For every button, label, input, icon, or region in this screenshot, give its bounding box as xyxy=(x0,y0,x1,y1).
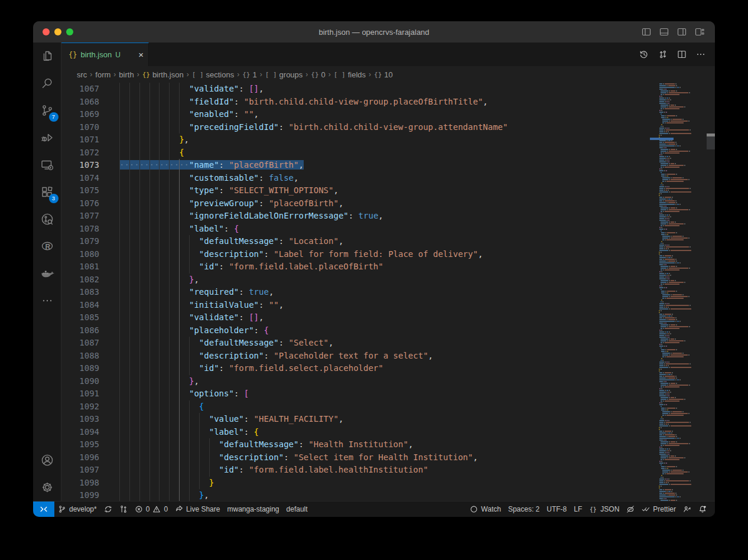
account-icon[interactable] xyxy=(33,447,61,474)
source-control-icon[interactable]: 7 xyxy=(33,97,61,124)
code-line[interactable]: 1087 "defaultMessage": "Select", xyxy=(61,337,650,350)
code-line[interactable]: 1088 "description": "Placeholder text fo… xyxy=(61,350,650,363)
settings-gear-icon[interactable] xyxy=(33,474,61,501)
code-line[interactable]: 1083 "required": true, xyxy=(61,286,650,299)
code-line[interactable]: 1086 "placeholder": { xyxy=(61,324,650,337)
toggle-primary-sidebar-icon[interactable] xyxy=(642,27,651,37)
code-line[interactable]: 1071 }, xyxy=(61,134,650,146)
indent-guide xyxy=(179,83,180,96)
open-changes-icon[interactable] xyxy=(658,50,668,59)
code-line[interactable]: 1079 "defaultMessage": "Location", xyxy=(61,235,650,248)
breadcrumb-item-birth[interactable]: birth xyxy=(119,70,134,79)
notifications-bell[interactable] xyxy=(695,502,710,517)
branch-indicator[interactable]: develop* xyxy=(54,502,100,517)
indent-guide xyxy=(189,261,190,274)
language-indicator[interactable]: {}JSON xyxy=(586,502,623,517)
environment-indicator[interactable]: mwanga-staging xyxy=(223,502,282,517)
code-line[interactable]: 1072 { xyxy=(61,146,650,159)
code-line[interactable]: 1073··············"name": "placeOfBirth"… xyxy=(61,159,650,172)
code-line[interactable]: 1091 "options": [ xyxy=(61,388,650,401)
remote-indicator[interactable] xyxy=(33,502,54,517)
code-line[interactable]: 1098 } xyxy=(61,477,650,490)
breadcrumb-label: form xyxy=(95,70,110,79)
tab-birth-json[interactable]: {} birth.json U × xyxy=(61,43,149,66)
code-line[interactable]: 1094 "label": { xyxy=(61,426,650,439)
status-label: 0 xyxy=(146,505,150,513)
toggle-panel-icon[interactable] xyxy=(659,27,669,37)
indent-guide xyxy=(149,362,150,375)
gitlens-icon[interactable] xyxy=(33,206,61,233)
breadcrumb-item-0[interactable]: {}0 xyxy=(311,70,325,79)
code-line[interactable]: 1092 { xyxy=(61,401,650,414)
code-line[interactable]: 1067 "validate": [], xyxy=(61,83,650,96)
local-history-icon[interactable] xyxy=(639,50,649,59)
code-line[interactable]: 1081 "id": "form.field.label.placeOfBirt… xyxy=(61,261,650,274)
r-language-icon[interactable]: R xyxy=(33,233,61,260)
code-line[interactable]: 1097 "id": "form.field.label.healthInsti… xyxy=(61,464,650,477)
split-editor-icon[interactable] xyxy=(677,50,687,59)
encoding-indicator[interactable]: UTF-8 xyxy=(543,502,570,517)
feedback-button[interactable] xyxy=(679,502,695,517)
minimap[interactable] xyxy=(650,83,707,501)
profile-indicator[interactable]: default xyxy=(283,502,311,517)
breadcrumb-item-groups[interactable]: [ ]groups xyxy=(265,70,303,79)
indent-guide xyxy=(119,362,120,375)
code-line[interactable]: 1085 "validate": [], xyxy=(61,311,650,324)
breadcrumb-item-1[interactable]: {}1 xyxy=(242,70,256,79)
code-line[interactable]: 1095 "defaultMessage": "Health Instituti… xyxy=(61,438,650,451)
customize-layout-icon[interactable] xyxy=(695,27,704,37)
code-line[interactable]: 1077 "ignoreFieldLabelOnErrorMessage": t… xyxy=(61,210,650,223)
line-number: 1088 xyxy=(61,350,119,363)
code-line[interactable]: 1070 "precedingFieldId": "birth.child.ch… xyxy=(61,121,650,134)
breadcrumb-item-10[interactable]: {}10 xyxy=(374,70,393,79)
indent-guide xyxy=(139,210,140,223)
minimize-window-button[interactable] xyxy=(54,28,61,35)
problems-indicator[interactable]: 00 xyxy=(131,502,171,517)
indentation-indicator[interactable]: Spaces: 2 xyxy=(505,502,543,517)
scrollbar-thumb[interactable] xyxy=(707,136,715,149)
code-line[interactable]: 1074 "customisable": false, xyxy=(61,172,650,185)
close-tab-icon[interactable]: × xyxy=(138,50,144,60)
extensions-icon[interactable]: 3 xyxy=(33,178,61,206)
more-actions-icon[interactable] xyxy=(696,50,705,59)
search-icon[interactable] xyxy=(33,70,61,97)
live-share-button[interactable]: Live Share xyxy=(171,502,223,517)
code-line[interactable]: 1082 }, xyxy=(61,274,650,286)
sync-indicator[interactable] xyxy=(100,502,116,517)
indent-guide xyxy=(159,121,160,134)
explorer-icon[interactable] xyxy=(33,43,61,70)
compare-indicator[interactable] xyxy=(116,502,131,517)
watch-indicator[interactable]: Watch xyxy=(466,502,505,517)
code-line[interactable]: 1090 }, xyxy=(61,375,650,388)
eol-indicator[interactable]: LF xyxy=(570,502,586,517)
zoom-window-button[interactable] xyxy=(66,28,73,35)
breadcrumb-item-form[interactable]: form xyxy=(95,70,110,79)
code-line[interactable]: 1096 "description": "Select item for Hea… xyxy=(61,451,650,464)
breadcrumb-item-birth.json[interactable]: {}birth.json xyxy=(142,70,184,79)
toggle-secondary-sidebar-icon[interactable] xyxy=(677,27,687,37)
code-line[interactable]: 1084 "initialValue": "", xyxy=(61,299,650,312)
code-line[interactable]: 1093 "value": "HEALTH_FACILITY", xyxy=(61,413,650,426)
indent-guide xyxy=(119,210,120,223)
status-label: LF xyxy=(574,505,582,513)
breadcrumb-item-fields[interactable]: [ ]fields xyxy=(334,70,366,79)
indent-guide xyxy=(149,324,150,337)
code-line[interactable]: 1076 "previewGroup": "placeOfBirth", xyxy=(61,197,650,210)
run-debug-icon[interactable] xyxy=(33,124,61,151)
more-views-icon[interactable] xyxy=(33,287,61,314)
docker-icon[interactable] xyxy=(33,260,61,287)
code-line[interactable]: 1075 "type": "SELECT_WITH_OPTIONS", xyxy=(61,184,650,197)
breadcrumb-item-src[interactable]: src xyxy=(77,70,87,79)
formatter-indicator[interactable]: Prettier xyxy=(638,502,679,517)
editor-scrollbar[interactable] xyxy=(707,83,715,501)
code-line[interactable]: 1089 "id": "form.field.select.placeholde… xyxy=(61,362,650,375)
code-line[interactable]: 1099 }, xyxy=(61,489,650,501)
copilot-disabled-indicator[interactable] xyxy=(623,502,638,517)
code-line[interactable]: 1068 "fieldId": "birth.child.child-view-… xyxy=(61,96,650,109)
breadcrumb-item-sections[interactable]: [ ]sections xyxy=(192,70,235,79)
code-line[interactable]: 1080 "description": "Label for form fiel… xyxy=(61,248,650,261)
code-line[interactable]: 1078 "label": { xyxy=(61,223,650,236)
close-window-button[interactable] xyxy=(43,28,50,35)
code-line[interactable]: 1069 "enabled": "", xyxy=(61,108,650,121)
remote-explorer-icon[interactable] xyxy=(33,151,61,178)
